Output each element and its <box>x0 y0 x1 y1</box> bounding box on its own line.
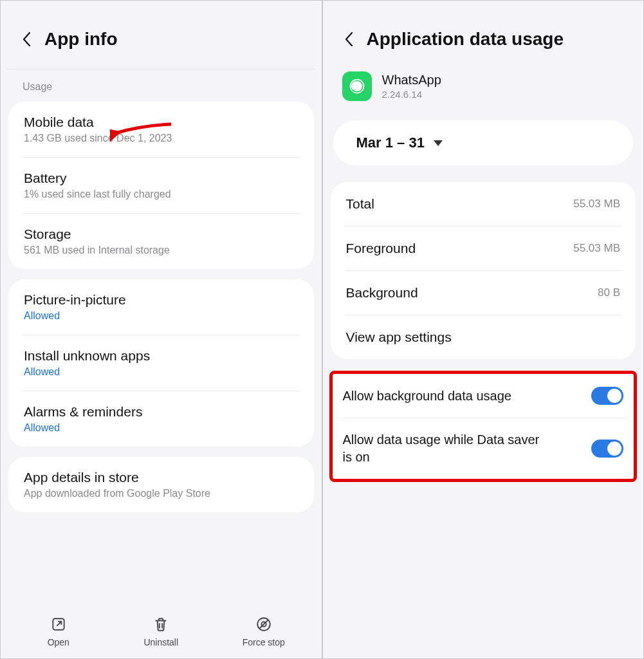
chevron-left-icon <box>22 32 31 47</box>
app-version: 2.24.6.14 <box>382 89 441 100</box>
bottom-action-bar: Open Uninstall Force stop <box>1 604 322 658</box>
row-subtitle: Allowed <box>24 422 299 434</box>
allow-data-saver-row[interactable]: Allow data usage while Data saver is on <box>333 418 634 479</box>
label: Force stop <box>243 637 285 647</box>
page-title: Application data usage <box>367 29 564 50</box>
row-title: Picture-in-picture <box>24 292 299 308</box>
row-subtitle: Allowed <box>24 366 299 378</box>
app-info: WhatsApp 2.24.6.14 <box>382 73 441 100</box>
alarms-reminders-row[interactable]: Alarms & reminders Allowed <box>8 391 314 447</box>
data-usage-screen: Application data usage WhatsApp 2.24.6.1… <box>322 0 645 659</box>
row-subtitle: App downloaded from Google Play Store <box>24 488 299 499</box>
uninstall-button[interactable]: Uninstall <box>122 615 199 647</box>
toggle-label: Allow background data usage <box>343 387 511 405</box>
stat-label: Total <box>346 196 374 212</box>
row-subtitle: 1% used since last fully charged <box>24 189 299 200</box>
row-title: Mobile data <box>24 115 299 130</box>
open-icon <box>50 615 68 633</box>
install-unknown-apps-row[interactable]: Install unknown apps Allowed <box>8 335 314 391</box>
date-range-label: Mar 1 – 31 <box>356 135 425 151</box>
trash-icon <box>152 615 170 633</box>
row-title: Storage <box>24 227 299 242</box>
permissions-card: Picture-in-picture Allowed Install unkno… <box>8 279 314 447</box>
foreground-row: Foreground 55.03 MB <box>331 227 636 270</box>
whatsapp-icon <box>342 71 372 101</box>
row-subtitle: Allowed <box>24 310 299 322</box>
chevron-left-icon <box>344 32 353 47</box>
app-name: WhatsApp <box>382 73 441 88</box>
label: Open <box>48 637 69 647</box>
label: View app settings <box>346 330 452 345</box>
picture-in-picture-row[interactable]: Picture-in-picture Allowed <box>8 279 314 335</box>
mobile-data-row[interactable]: Mobile data 1.43 GB used since Dec 1, 20… <box>8 102 314 157</box>
header: Application data usage <box>323 1 644 69</box>
stat-value: 55.03 MB <box>573 198 620 210</box>
app-details-card: App details in store App downloaded from… <box>8 457 314 512</box>
storage-row[interactable]: Storage 561 MB used in Internal storage <box>8 214 314 269</box>
highlighted-toggles-card: Allow background data usage Allow data u… <box>329 371 638 482</box>
stat-label: Background <box>346 285 418 301</box>
allow-data-saver-toggle[interactable] <box>591 440 623 458</box>
back-button[interactable] <box>17 30 35 48</box>
page-title: App info <box>44 29 118 50</box>
stop-icon <box>255 615 273 633</box>
row-subtitle: 1.43 GB used since Dec 1, 2023 <box>24 133 299 144</box>
row-subtitle: 561 MB used in Internal storage <box>24 245 299 256</box>
row-title: Alarms & reminders <box>24 404 299 420</box>
usage-section-label: Usage <box>1 70 322 98</box>
header: App info <box>1 1 322 69</box>
allow-background-data-toggle[interactable] <box>591 387 623 405</box>
total-row: Total 55.03 MB <box>331 182 636 226</box>
date-range-selector[interactable]: Mar 1 – 31 <box>333 120 634 165</box>
app-details-row[interactable]: App details in store App downloaded from… <box>8 457 314 512</box>
open-button[interactable]: Open <box>20 615 97 647</box>
stat-value: 55.03 MB <box>573 242 620 255</box>
stat-label: Foreground <box>346 241 416 256</box>
dropdown-triangle-icon <box>434 140 443 146</box>
app-header: WhatsApp 2.24.6.14 <box>323 69 644 114</box>
stat-value: 80 B <box>598 286 620 299</box>
row-title: Battery <box>24 171 299 186</box>
row-title: App details in store <box>24 470 299 485</box>
back-button[interactable] <box>340 30 358 48</box>
row-title: Install unknown apps <box>24 348 299 364</box>
battery-row[interactable]: Battery 1% used since last fully charged <box>8 158 314 213</box>
label: Uninstall <box>143 637 178 647</box>
force-stop-button[interactable]: Force stop <box>225 615 302 647</box>
toggle-label: Allow data usage while Data saver is on <box>343 431 549 466</box>
usage-stats-card: Total 55.03 MB Foreground 55.03 MB Backg… <box>331 182 636 359</box>
allow-background-data-row[interactable]: Allow background data usage <box>333 374 634 418</box>
usage-card: Mobile data 1.43 GB used since Dec 1, 20… <box>8 102 314 269</box>
view-app-settings-row[interactable]: View app settings <box>331 315 636 359</box>
app-info-screen: App info Usage Mobile data 1.43 GB used … <box>0 0 322 659</box>
background-row: Background 80 B <box>331 271 636 315</box>
